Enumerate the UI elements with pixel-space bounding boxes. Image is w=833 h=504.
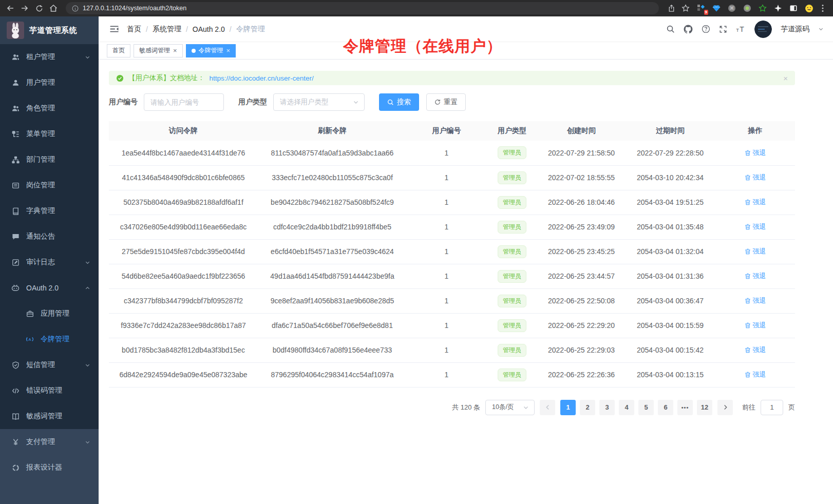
page-size-select[interactable]: 10条/页 (485, 400, 535, 415)
sidebar-item-12[interactable]: 短信管理 (0, 352, 99, 378)
fullscreen-icon[interactable] (719, 25, 727, 33)
force-logout-label: 强退 (753, 222, 766, 231)
sidebar-item-11[interactable]: A令牌管理 (0, 326, 99, 352)
sidebar-item-2[interactable]: 角色管理 (0, 95, 99, 121)
sidebar-item-1[interactable]: 用户管理 (0, 70, 99, 95)
refresh-token-cell: 49d1aa46d1454fbd87591444423be9fa (258, 264, 407, 288)
search-icon[interactable] (666, 25, 675, 33)
sidebar-item-0[interactable]: 租户管理 (0, 44, 99, 70)
command-circle-icon[interactable]: ⌘ (728, 4, 736, 13)
page-button-1[interactable]: 1 (560, 400, 576, 415)
trash-icon (745, 150, 751, 156)
user-type-cell: 管理员 (486, 288, 538, 313)
extension-grid-icon[interactable]: 9 (697, 4, 706, 13)
share-icon[interactable] (666, 3, 676, 13)
page-button-4[interactable]: 4 (619, 400, 634, 415)
active-dot-icon (192, 49, 196, 53)
side-panel-icon[interactable] (789, 4, 798, 13)
username[interactable]: 芋道源码 (781, 25, 809, 34)
user-type-select[interactable]: 请选择用户类型 (273, 93, 365, 111)
force-logout-button[interactable]: 强退 (745, 247, 766, 256)
breadcrumb-item-0[interactable]: 首页 (127, 25, 141, 34)
close-icon[interactable]: × (226, 47, 231, 54)
close-icon[interactable]: × (783, 74, 788, 83)
record-circle-icon[interactable] (743, 4, 752, 13)
force-logout-label: 强退 (753, 345, 766, 355)
sidebar-item-16[interactable]: 报表设计器 (0, 455, 99, 480)
select-placeholder: 请选择用户类型 (280, 98, 329, 107)
user-id-cell: 1 (407, 190, 486, 215)
sidebar-item-10[interactable]: 应用管理 (0, 301, 99, 326)
page-button-3[interactable]: 3 (599, 400, 615, 415)
force-logout-button[interactable]: 强退 (745, 198, 766, 207)
next-page-button[interactable] (717, 400, 733, 415)
sidebar-item-label: 应用管理 (41, 309, 69, 318)
app-logo-image (7, 22, 24, 39)
forward-button[interactable] (20, 3, 30, 13)
close-icon[interactable]: × (173, 47, 177, 54)
user-id-input[interactable] (144, 93, 224, 111)
search-button[interactable]: 搜索 (379, 93, 419, 111)
force-logout-button[interactable]: 强退 (745, 148, 766, 158)
user-id-label: 用户编号 (109, 98, 138, 107)
sidebar-item-9[interactable]: OAuth 2.0 (0, 275, 99, 301)
user-avatar[interactable] (754, 21, 772, 38)
sidebar-item-13[interactable]: 错误码管理 (0, 378, 99, 403)
browser-menu-icon[interactable] (818, 3, 828, 13)
sidebar-item-6[interactable]: 字典管理 (0, 198, 99, 224)
prev-page-button[interactable] (540, 400, 555, 415)
goto-page-input[interactable] (761, 400, 783, 415)
audit-log-icon (11, 259, 20, 266)
page-button-5[interactable]: 5 (638, 400, 654, 415)
breadcrumb-item-1[interactable]: 系统管理 (153, 25, 181, 34)
home-button[interactable] (48, 3, 59, 13)
sidebar-item-15[interactable]: 支付管理 (0, 429, 99, 455)
pay-icon (11, 438, 20, 446)
table-row-7: f9336e7c7dd242a283ee98dc86b17a87dfa6c71a… (109, 313, 795, 338)
reload-button[interactable] (34, 3, 44, 13)
page-button-2[interactable]: 2 (580, 400, 595, 415)
back-button[interactable] (5, 3, 15, 13)
user-type-cell: 管理员 (486, 362, 538, 387)
help-icon[interactable] (702, 25, 710, 33)
site-info-icon[interactable] (72, 5, 79, 12)
sidebar-item-8[interactable]: 审计日志 (0, 249, 99, 275)
sidebar-item-label: 短信管理 (26, 360, 55, 370)
refresh-token-cell: 8796295f04064c2983414cc54af1097a (258, 362, 407, 387)
sidebar-item-7[interactable]: 通知公告 (0, 224, 99, 249)
doc-link[interactable]: https://doc.iocoder.cn/user-center/ (210, 74, 314, 82)
sidebar-item-14[interactable]: 敏感词管理 (0, 403, 99, 429)
force-logout-button[interactable]: 强退 (745, 222, 766, 231)
force-logout-button[interactable]: 强退 (745, 321, 766, 330)
tab-2[interactable]: 令牌管理× (186, 44, 236, 57)
page-button-6[interactable]: 6 (658, 400, 673, 415)
created-time-cell: 2022-06-25 22:29:03 (538, 338, 625, 362)
sidebar-item-3[interactable]: 菜单管理 (0, 121, 99, 147)
github-icon[interactable] (684, 25, 693, 34)
force-logout-button[interactable]: 强退 (745, 272, 766, 281)
force-logout-button[interactable]: 强退 (745, 370, 766, 379)
reset-button[interactable]: 重置 (426, 93, 466, 111)
more-pages-button[interactable]: ••• (677, 400, 693, 415)
address-bar[interactable]: 127.0.0.1:1024/system/oauth2/token (66, 2, 659, 14)
sidebar-item-5[interactable]: 岗位管理 (0, 172, 99, 198)
force-logout-button[interactable]: 强退 (745, 173, 766, 182)
page-button-12[interactable]: 12 (697, 400, 712, 415)
sidebar-fold-icon[interactable] (110, 25, 119, 33)
breadcrumb-item-2[interactable]: OAuth 2.0 (193, 25, 225, 33)
pinwheel-icon[interactable] (774, 4, 783, 13)
access-token-cell: c342377bf8b344799dcbf7bf095287f2 (109, 288, 258, 313)
font-size-icon[interactable]: TT (736, 25, 746, 33)
green-star-icon[interactable] (759, 4, 767, 13)
sidebar-item-4[interactable]: 部门管理 (0, 147, 99, 172)
svg-text:T: T (740, 25, 744, 33)
user-type-badge: 管理员 (498, 319, 526, 332)
chevron-down-icon[interactable] (818, 26, 824, 32)
force-logout-button[interactable]: 强退 (745, 345, 766, 355)
tab-0[interactable]: 首页 (107, 44, 130, 57)
tab-1[interactable]: 敏感词管理× (134, 44, 183, 57)
emoji-face-icon[interactable] (805, 4, 813, 13)
bookmark-star-icon[interactable] (680, 3, 691, 13)
force-logout-button[interactable]: 强退 (745, 296, 766, 305)
gem-icon[interactable] (712, 4, 721, 13)
